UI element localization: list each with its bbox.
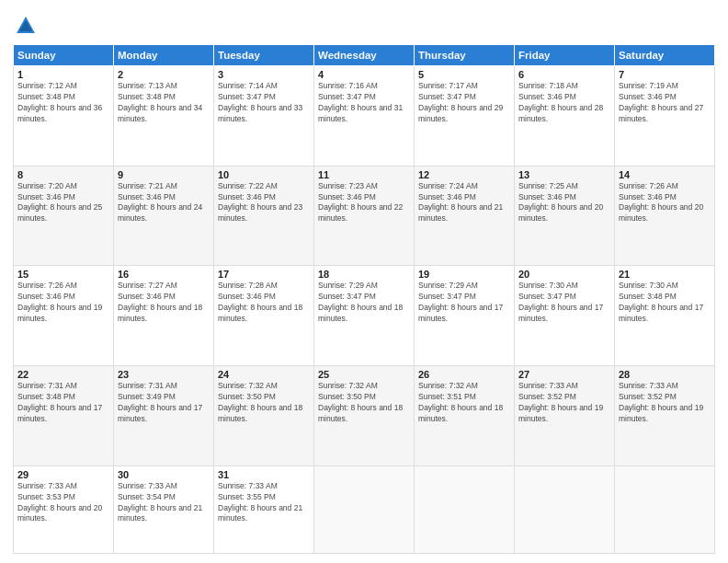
calendar-cell: 5Sunrise: 7:17 AMSunset: 3:47 PMDaylight… xyxy=(415,66,515,167)
day-number: 9 xyxy=(118,169,210,180)
day-info: Sunrise: 7:30 AMSunset: 3:47 PMDaylight:… xyxy=(518,281,610,325)
weekday-header: Friday xyxy=(515,45,615,66)
calendar-cell: 18Sunrise: 7:29 AMSunset: 3:47 PMDayligh… xyxy=(314,266,415,366)
day-info: Sunrise: 7:25 AMSunset: 3:46 PMDaylight:… xyxy=(518,181,610,225)
day-number: 19 xyxy=(418,269,510,280)
weekday-header-row: SundayMondayTuesdayWednesdayThursdayFrid… xyxy=(14,45,715,66)
calendar-cell: 11Sunrise: 7:23 AMSunset: 3:46 PMDayligh… xyxy=(314,166,415,266)
day-number: 20 xyxy=(518,269,610,280)
day-number: 14 xyxy=(619,169,711,180)
weekday-header: Monday xyxy=(114,45,214,66)
calendar-cell: 17Sunrise: 7:28 AMSunset: 3:46 PMDayligh… xyxy=(214,266,314,366)
day-number: 24 xyxy=(218,369,310,380)
day-info: Sunrise: 7:33 AMSunset: 3:54 PMDaylight:… xyxy=(118,481,210,525)
day-info: Sunrise: 7:31 AMSunset: 3:48 PMDaylight:… xyxy=(17,381,109,425)
day-number: 15 xyxy=(17,269,109,280)
weekday-header: Saturday xyxy=(615,45,715,66)
day-number: 5 xyxy=(418,69,510,80)
day-info: Sunrise: 7:27 AMSunset: 3:46 PMDaylight:… xyxy=(118,281,210,325)
calendar-cell: 23Sunrise: 7:31 AMSunset: 3:49 PMDayligh… xyxy=(114,366,214,466)
logo-icon xyxy=(13,13,39,39)
calendar-cell: 21Sunrise: 7:30 AMSunset: 3:48 PMDayligh… xyxy=(615,266,715,366)
calendar-cell: 25Sunrise: 7:32 AMSunset: 3:50 PMDayligh… xyxy=(314,366,415,466)
day-number: 25 xyxy=(318,369,410,380)
day-number: 16 xyxy=(118,269,210,280)
calendar-cell xyxy=(314,465,415,553)
day-number: 13 xyxy=(518,169,610,180)
day-number: 10 xyxy=(218,169,310,180)
calendar-cell: 19Sunrise: 7:29 AMSunset: 3:47 PMDayligh… xyxy=(415,266,515,366)
day-info: Sunrise: 7:18 AMSunset: 3:46 PMDaylight:… xyxy=(518,81,610,125)
day-info: Sunrise: 7:32 AMSunset: 3:51 PMDaylight:… xyxy=(418,381,510,425)
day-number: 6 xyxy=(518,69,610,80)
calendar-cell: 15Sunrise: 7:26 AMSunset: 3:46 PMDayligh… xyxy=(14,266,114,366)
day-info: Sunrise: 7:14 AMSunset: 3:47 PMDaylight:… xyxy=(218,81,310,125)
day-info: Sunrise: 7:12 AMSunset: 3:48 PMDaylight:… xyxy=(17,81,109,125)
calendar-cell: 1Sunrise: 7:12 AMSunset: 3:48 PMDaylight… xyxy=(14,66,114,167)
day-info: Sunrise: 7:26 AMSunset: 3:46 PMDaylight:… xyxy=(17,281,109,325)
calendar-week-row: 1Sunrise: 7:12 AMSunset: 3:48 PMDaylight… xyxy=(14,66,715,167)
day-number: 29 xyxy=(17,469,109,480)
calendar-cell: 13Sunrise: 7:25 AMSunset: 3:46 PMDayligh… xyxy=(515,166,615,266)
calendar-cell xyxy=(515,465,615,553)
day-info: Sunrise: 7:31 AMSunset: 3:49 PMDaylight:… xyxy=(118,381,210,425)
calendar-cell: 16Sunrise: 7:27 AMSunset: 3:46 PMDayligh… xyxy=(114,266,214,366)
day-number: 7 xyxy=(619,69,711,80)
day-number: 8 xyxy=(17,169,109,180)
calendar-cell: 30Sunrise: 7:33 AMSunset: 3:54 PMDayligh… xyxy=(114,465,214,553)
calendar-cell: 4Sunrise: 7:16 AMSunset: 3:47 PMDaylight… xyxy=(314,66,415,167)
day-number: 2 xyxy=(118,69,210,80)
day-info: Sunrise: 7:33 AMSunset: 3:52 PMDaylight:… xyxy=(518,381,610,425)
calendar-cell: 9Sunrise: 7:21 AMSunset: 3:46 PMDaylight… xyxy=(114,166,214,266)
day-number: 12 xyxy=(418,169,510,180)
day-info: Sunrise: 7:19 AMSunset: 3:46 PMDaylight:… xyxy=(619,81,711,125)
day-info: Sunrise: 7:32 AMSunset: 3:50 PMDaylight:… xyxy=(318,381,410,425)
day-number: 28 xyxy=(619,369,711,380)
calendar-cell: 12Sunrise: 7:24 AMSunset: 3:46 PMDayligh… xyxy=(415,166,515,266)
calendar-cell xyxy=(615,465,715,553)
day-info: Sunrise: 7:13 AMSunset: 3:48 PMDaylight:… xyxy=(118,81,210,125)
weekday-header: Sunday xyxy=(14,45,114,66)
calendar-week-row: 15Sunrise: 7:26 AMSunset: 3:46 PMDayligh… xyxy=(14,266,715,366)
day-info: Sunrise: 7:16 AMSunset: 3:47 PMDaylight:… xyxy=(318,81,410,125)
calendar-cell: 6Sunrise: 7:18 AMSunset: 3:46 PMDaylight… xyxy=(515,66,615,167)
day-number: 31 xyxy=(218,469,310,480)
day-info: Sunrise: 7:28 AMSunset: 3:46 PMDaylight:… xyxy=(218,281,310,325)
weekday-header: Tuesday xyxy=(214,45,314,66)
calendar: SundayMondayTuesdayWednesdayThursdayFrid… xyxy=(13,44,715,554)
calendar-cell: 14Sunrise: 7:26 AMSunset: 3:46 PMDayligh… xyxy=(615,166,715,266)
calendar-week-row: 22Sunrise: 7:31 AMSunset: 3:48 PMDayligh… xyxy=(14,366,715,466)
calendar-cell: 29Sunrise: 7:33 AMSunset: 3:53 PMDayligh… xyxy=(14,465,114,553)
day-info: Sunrise: 7:22 AMSunset: 3:46 PMDaylight:… xyxy=(218,181,310,225)
calendar-cell: 28Sunrise: 7:33 AMSunset: 3:52 PMDayligh… xyxy=(615,366,715,466)
calendar-week-row: 29Sunrise: 7:33 AMSunset: 3:53 PMDayligh… xyxy=(14,465,715,553)
day-number: 21 xyxy=(619,269,711,280)
calendar-cell: 20Sunrise: 7:30 AMSunset: 3:47 PMDayligh… xyxy=(515,266,615,366)
day-info: Sunrise: 7:33 AMSunset: 3:53 PMDaylight:… xyxy=(17,481,109,525)
calendar-cell: 2Sunrise: 7:13 AMSunset: 3:48 PMDaylight… xyxy=(114,66,214,167)
day-number: 18 xyxy=(318,269,410,280)
logo xyxy=(13,13,42,39)
day-number: 17 xyxy=(218,269,310,280)
calendar-cell: 8Sunrise: 7:20 AMSunset: 3:46 PMDaylight… xyxy=(14,166,114,266)
day-info: Sunrise: 7:21 AMSunset: 3:46 PMDaylight:… xyxy=(118,181,210,225)
calendar-cell xyxy=(415,465,515,553)
day-number: 30 xyxy=(118,469,210,480)
calendar-cell: 26Sunrise: 7:32 AMSunset: 3:51 PMDayligh… xyxy=(415,366,515,466)
day-info: Sunrise: 7:32 AMSunset: 3:50 PMDaylight:… xyxy=(218,381,310,425)
day-number: 27 xyxy=(518,369,610,380)
day-number: 26 xyxy=(418,369,510,380)
calendar-week-row: 8Sunrise: 7:20 AMSunset: 3:46 PMDaylight… xyxy=(14,166,715,266)
weekday-header: Wednesday xyxy=(314,45,415,66)
calendar-cell: 3Sunrise: 7:14 AMSunset: 3:47 PMDaylight… xyxy=(214,66,314,167)
day-number: 11 xyxy=(318,169,410,180)
day-info: Sunrise: 7:17 AMSunset: 3:47 PMDaylight:… xyxy=(418,81,510,125)
day-info: Sunrise: 7:29 AMSunset: 3:47 PMDaylight:… xyxy=(318,281,410,325)
day-number: 4 xyxy=(318,69,410,80)
day-info: Sunrise: 7:20 AMSunset: 3:46 PMDaylight:… xyxy=(17,181,109,225)
calendar-cell: 27Sunrise: 7:33 AMSunset: 3:52 PMDayligh… xyxy=(515,366,615,466)
calendar-cell: 22Sunrise: 7:31 AMSunset: 3:48 PMDayligh… xyxy=(14,366,114,466)
day-number: 3 xyxy=(218,69,310,80)
day-number: 22 xyxy=(17,369,109,380)
day-number: 1 xyxy=(17,69,109,80)
